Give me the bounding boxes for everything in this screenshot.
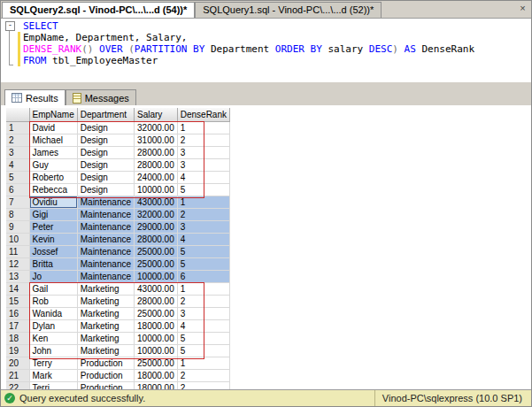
grid-cell[interactable]: Gail (29, 283, 77, 296)
grid-cell[interactable]: 1 (177, 283, 229, 296)
grid-cell[interactable]: 10000.00 (135, 345, 178, 357)
grid-cell[interactable]: 5 (177, 184, 229, 196)
row-header[interactable]: 14 (6, 283, 29, 296)
row-header[interactable]: 21 (6, 370, 29, 382)
row-header[interactable]: 2 (6, 134, 29, 147)
grid-cell[interactable]: 18000.00 (135, 382, 178, 390)
grid-cell[interactable]: Design (77, 134, 134, 147)
grid-cell[interactable]: 28000.00 (135, 159, 178, 172)
column-header-denserank[interactable]: DenseRank (177, 108, 229, 122)
row-header[interactable]: 15 (6, 296, 29, 308)
grid-cell[interactable]: 5 (177, 258, 229, 271)
grid-cell[interactable]: Production (77, 357, 134, 370)
grid-cell[interactable]: Peter (29, 221, 77, 234)
column-header-department[interactable]: Department (77, 108, 134, 122)
grid-cell[interactable]: Maintenance (77, 234, 134, 246)
grid-cell[interactable]: Maintenance (77, 221, 134, 234)
grid-cell[interactable]: Marketing (77, 333, 134, 345)
grid-cell[interactable]: 28000.00 (135, 234, 178, 246)
row-header[interactable]: 7 (6, 196, 29, 209)
grid-cell[interactable]: 32000.00 (135, 209, 178, 221)
grid-cell[interactable]: 10000.00 (135, 333, 178, 345)
row-header[interactable]: 5 (6, 172, 29, 184)
tab-sqlquery1[interactable]: SQLQuery1.sql - Vinod-PC\...\...d (52))* (195, 2, 382, 18)
grid-cell[interactable]: Maintenance (77, 246, 134, 258)
sql-code-lines[interactable]: SELECTEmpName, Department, Salary,DENSE_… (23, 20, 531, 66)
grid-cell[interactable]: 28000.00 (135, 147, 178, 159)
grid-cell[interactable]: David (29, 122, 77, 134)
row-header[interactable]: 22 (6, 382, 29, 390)
grid-cell[interactable]: Marketing (77, 308, 134, 320)
grid-cell[interactable]: 2 (177, 134, 229, 147)
grid-cell[interactable]: Marketing (77, 296, 134, 308)
row-header[interactable]: 16 (6, 308, 29, 320)
grid-corner-cell[interactable] (6, 108, 29, 122)
grid-cell[interactable]: 25000.00 (135, 258, 178, 271)
grid-cell[interactable]: Maintenance (77, 196, 134, 209)
grid-cell[interactable]: Marketing (77, 320, 134, 333)
grid-cell[interactable]: Rebecca (29, 184, 77, 196)
row-header[interactable]: 12 (6, 258, 29, 271)
grid-cell[interactable]: Maintenance (77, 258, 134, 271)
grid-cell[interactable]: Roberto (29, 172, 77, 184)
grid-cell[interactable]: Wanida (29, 308, 77, 320)
row-header[interactable]: 13 (6, 271, 29, 283)
grid-cell[interactable]: John (29, 345, 77, 357)
grid-cell[interactable]: Design (77, 147, 134, 159)
column-header-salary[interactable]: Salary (135, 108, 178, 122)
row-header[interactable]: 3 (6, 147, 29, 159)
row-header[interactable]: 19 (6, 345, 29, 357)
grid-cell[interactable]: Design (77, 159, 134, 172)
row-header[interactable]: 18 (6, 333, 29, 345)
row-header[interactable]: 1 (6, 122, 29, 134)
grid-cell[interactable]: James (29, 147, 77, 159)
grid-cell[interactable]: 18000.00 (135, 320, 178, 333)
grid-cell[interactable]: Jossef (29, 246, 77, 258)
grid-cell[interactable]: 24000.00 (135, 172, 178, 184)
row-header[interactable]: 8 (6, 209, 29, 221)
grid-cell[interactable]: Britta (29, 258, 77, 271)
grid-cell[interactable]: Maintenance (77, 209, 134, 221)
grid-cell[interactable]: 31000.00 (135, 134, 178, 147)
grid-cell[interactable]: Design (77, 122, 134, 134)
grid-cell[interactable]: Rob (29, 296, 77, 308)
grid-cell[interactable]: Kevin (29, 234, 77, 246)
row-header[interactable]: 6 (6, 184, 29, 196)
collapse-minus-icon[interactable]: - (5, 21, 15, 31)
grid-cell[interactable]: 3 (177, 147, 229, 159)
grid-cell[interactable]: Jo (29, 271, 77, 283)
grid-cell[interactable]: 32000.00 (135, 122, 178, 134)
row-header[interactable]: 20 (6, 357, 29, 370)
grid-cell[interactable]: 2 (177, 209, 229, 221)
grid-cell[interactable]: Ken (29, 333, 77, 345)
grid-cell[interactable]: Maintenance (77, 271, 134, 283)
grid-cell[interactable]: Terri (29, 382, 77, 390)
grid-cell[interactable]: 2 (177, 382, 229, 390)
grid-cell[interactable]: Michael (29, 134, 77, 147)
grid-cell[interactable]: 3 (177, 308, 229, 320)
tab-results[interactable]: Results (4, 89, 66, 105)
sql-editor[interactable]: - SELECTEmpName, Department, Salary,DENS… (1, 19, 531, 82)
grid-cell[interactable]: Design (77, 184, 134, 196)
grid-cell[interactable]: 43000.00 (135, 283, 178, 296)
row-header[interactable]: 9 (6, 221, 29, 234)
grid-cell[interactable]: Guy (29, 159, 77, 172)
grid-cell[interactable]: Production (77, 382, 134, 390)
grid-cell[interactable]: Terry (29, 357, 77, 370)
row-header[interactable]: 10 (6, 234, 29, 246)
close-icon[interactable]: × (517, 3, 528, 14)
grid-cell[interactable]: 5 (177, 246, 229, 258)
grid-cell[interactable]: 4 (177, 172, 229, 184)
grid-cell[interactable]: Dylan (29, 320, 77, 333)
grid-cell[interactable]: 1 (177, 357, 229, 370)
grid-cell[interactable]: 25000.00 (135, 246, 178, 258)
column-header-empname[interactable]: EmpName (29, 108, 77, 122)
grid-cell[interactable]: 1 (177, 196, 229, 209)
grid-cell[interactable]: 18000.00 (135, 370, 178, 382)
grid-cell[interactable]: Gigi (29, 209, 77, 221)
grid-cell[interactable]: 1 (177, 122, 229, 134)
grid-cell[interactable]: 10000.00 (135, 271, 178, 283)
grid-cell[interactable]: 10000.00 (135, 184, 178, 196)
grid-cell[interactable]: 43000.00 (135, 196, 178, 209)
code-line[interactable]: SELECT (23, 20, 531, 32)
